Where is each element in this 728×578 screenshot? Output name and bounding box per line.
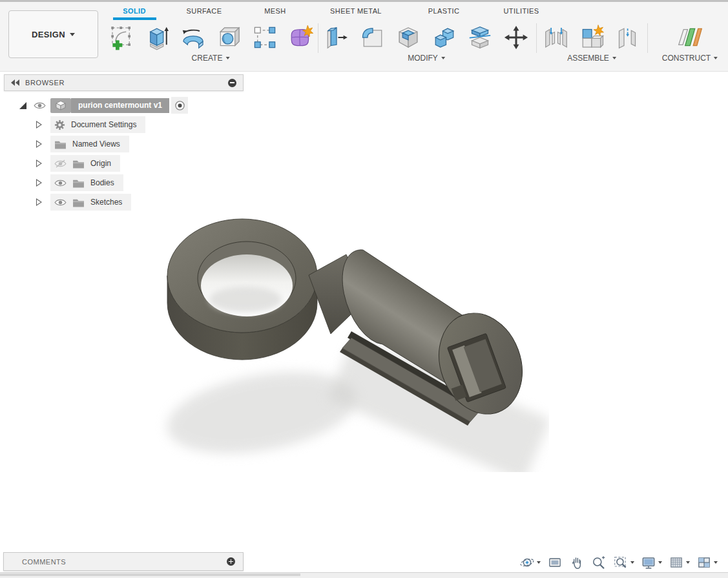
browser-header[interactable]: BROWSER xyxy=(4,74,244,91)
split-body-button[interactable] xyxy=(465,23,495,52)
zoom-button[interactable] xyxy=(590,553,608,572)
activate-component-radio[interactable] xyxy=(171,97,188,114)
toolbar-separator xyxy=(536,23,537,53)
caret-down-icon xyxy=(714,561,718,564)
comments-bar[interactable]: COMMENTS xyxy=(3,552,244,571)
combine-icon xyxy=(432,25,457,50)
double-chevron-left-icon[interactable] xyxy=(11,79,20,86)
hole-button[interactable] xyxy=(214,23,244,52)
extrude-button[interactable] xyxy=(143,23,172,52)
tab-surface[interactable]: SURFACE xyxy=(184,5,225,17)
expand-triangle-icon[interactable] xyxy=(36,160,42,167)
fusion-360-window: DESIGN SOLID SURFACE MESH SHEET METAL PL… xyxy=(0,0,728,578)
fillet-icon xyxy=(360,25,386,50)
look-at-icon xyxy=(547,555,563,570)
main-toolbar: DESIGN SOLID SURFACE MESH SHEET METAL PL… xyxy=(0,2,728,72)
browser-root-row[interactable]: purion centermount v1 xyxy=(4,96,244,115)
root-component-label[interactable]: purion centermount v1 xyxy=(71,98,169,113)
create-sketch-button[interactable] xyxy=(107,23,137,52)
folder-icon xyxy=(72,159,85,169)
create-group xyxy=(107,22,315,53)
timeline-scrollbar[interactable] xyxy=(0,572,728,578)
as-built-joint-button[interactable] xyxy=(612,23,642,52)
caret-down-icon xyxy=(658,561,662,564)
orbit-button[interactable] xyxy=(518,553,542,572)
construct-plane-button[interactable] xyxy=(674,23,704,52)
expand-triangle-icon[interactable] xyxy=(36,179,42,187)
press-pull-icon xyxy=(324,25,349,50)
view-navigation-toolbar xyxy=(518,553,719,572)
caret-down-icon xyxy=(441,57,445,59)
combine-button[interactable] xyxy=(430,23,459,52)
toolbar-separator xyxy=(647,23,648,53)
grid-button[interactable] xyxy=(667,553,691,572)
grid-icon xyxy=(669,555,684,570)
design-workspace-menu[interactable]: DESIGN xyxy=(8,10,98,58)
caret-down-icon xyxy=(225,57,229,59)
viewports-button[interactable] xyxy=(695,553,719,572)
viewports-icon xyxy=(696,555,712,570)
new-component-button[interactable] xyxy=(577,23,607,52)
construct-group-label[interactable]: CONSTRUCT xyxy=(662,54,718,63)
model-purion-centermount[interactable] xyxy=(149,194,549,472)
expand-triangle-icon[interactable] xyxy=(36,121,42,129)
new-component-icon xyxy=(579,25,605,50)
browser-row-document-settings[interactable]: Document Settings xyxy=(4,115,244,134)
split-body-icon xyxy=(467,25,493,50)
shell-button[interactable] xyxy=(393,23,423,52)
tab-mesh[interactable]: MESH xyxy=(262,5,288,17)
viewport-canvas[interactable]: BROWSER purion centermount v1 xyxy=(0,72,728,572)
folder-icon xyxy=(72,198,85,207)
modify-group xyxy=(322,22,531,53)
visibility-eye-icon[interactable] xyxy=(54,179,67,187)
rectangular-pattern-button[interactable] xyxy=(250,23,280,52)
collapse-triangle-icon[interactable] xyxy=(19,102,26,109)
fillet-button[interactable] xyxy=(358,23,388,52)
revolve-button[interactable] xyxy=(178,23,208,52)
caret-down-icon xyxy=(612,57,616,59)
tab-utilities[interactable]: UTILITIES xyxy=(501,5,542,17)
caret-down-icon xyxy=(630,561,634,564)
caret-down-icon xyxy=(70,33,75,36)
expand-triangle-icon[interactable] xyxy=(36,140,42,148)
pan-button[interactable] xyxy=(568,553,586,572)
joint-button[interactable] xyxy=(541,23,571,52)
browser-row-sketches[interactable]: Sketches xyxy=(4,192,244,212)
ring-shadow xyxy=(161,359,362,466)
display-settings-icon xyxy=(641,555,656,570)
move-copy-button[interactable] xyxy=(501,23,531,52)
browser-panel: BROWSER purion centermount v1 xyxy=(4,74,244,212)
minus-circle-icon[interactable] xyxy=(228,79,236,87)
visibility-off-eye-icon[interactable] xyxy=(54,160,67,168)
scrollbar-thumb[interactable] xyxy=(0,573,300,576)
modify-group-label[interactable]: MODIFY xyxy=(408,54,445,63)
caret-down-icon xyxy=(714,57,718,59)
browser-row-bodies[interactable]: Bodies xyxy=(4,173,244,192)
browser-row-named-views[interactable]: Named Views xyxy=(4,134,244,154)
browser-row-origin[interactable]: Origin xyxy=(4,154,244,173)
tab-solid[interactable]: SOLID xyxy=(120,5,149,17)
create-form-button[interactable] xyxy=(286,23,315,52)
zoom-window-button[interactable] xyxy=(612,553,636,572)
tab-plastic[interactable]: PLASTIC xyxy=(426,5,463,17)
expand-triangle-icon[interactable] xyxy=(36,198,42,206)
visibility-eye-icon[interactable] xyxy=(54,198,67,207)
folder-icon xyxy=(54,139,67,149)
assemble-group-label[interactable]: ASSEMBLE xyxy=(567,54,616,63)
create-sketch-icon xyxy=(109,25,135,50)
tab-sheet-metal[interactable]: SHEET METAL xyxy=(328,5,384,17)
active-tab-underline xyxy=(113,17,156,20)
display-settings-button[interactable] xyxy=(640,553,663,572)
orbit-icon xyxy=(519,555,535,570)
look-at-button[interactable] xyxy=(546,553,564,572)
folder-icon xyxy=(72,178,85,188)
revolve-icon xyxy=(180,25,206,50)
move-copy-icon xyxy=(503,25,529,50)
press-pull-button[interactable] xyxy=(322,23,351,52)
visibility-eye-icon[interactable] xyxy=(32,101,47,110)
extrude-icon xyxy=(145,25,171,50)
create-group-label[interactable]: CREATE xyxy=(192,54,230,63)
construct-plane-icon xyxy=(676,25,702,50)
browser-title: BROWSER xyxy=(25,79,228,87)
plus-circle-icon[interactable] xyxy=(227,557,235,566)
